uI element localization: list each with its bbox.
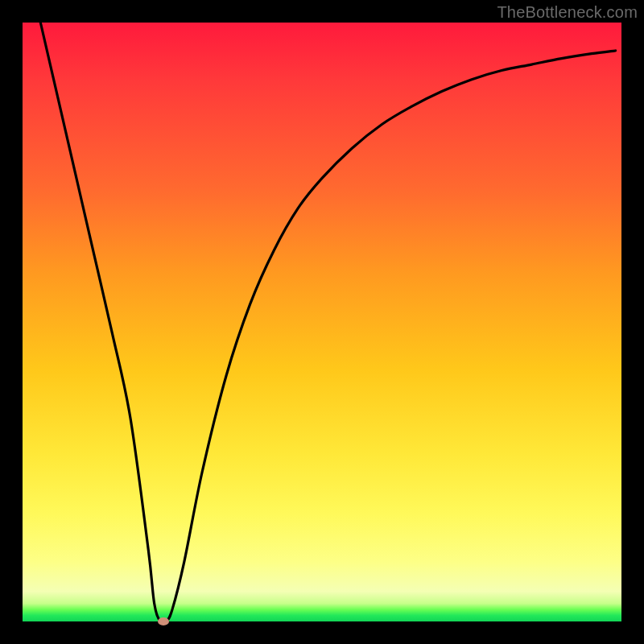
chart-frame: TheBottleneck.com — [0, 0, 644, 644]
watermark-text: TheBottleneck.com — [497, 3, 638, 22]
curve-layer — [23, 23, 621, 621]
plot-area — [23, 23, 621, 621]
optimal-point-marker — [158, 617, 169, 625]
bottleneck-curve — [40, 23, 615, 623]
